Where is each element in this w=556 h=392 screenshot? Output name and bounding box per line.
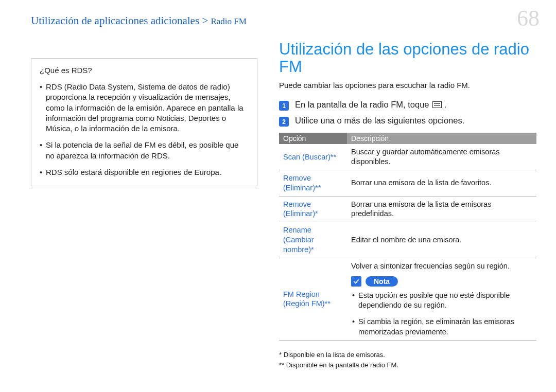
table-row: FM Region (Región FM)** Volver a sintoni… bbox=[279, 258, 536, 340]
step-2-text: Utilice una o más de las siguientes opci… bbox=[295, 116, 464, 126]
option-cell: Rename (Cambiar nombre)* bbox=[279, 222, 347, 258]
list-item: RDS (Radio Data System, Sistema de datos… bbox=[40, 82, 249, 134]
step-1: 1 En la pantalla de la radio FM, toque . bbox=[279, 100, 536, 111]
breadcrumb-main: Utilización de aplicaciones adicionales bbox=[31, 14, 199, 27]
note-box: Nota Esta opción es posible que no esté … bbox=[351, 276, 532, 337]
footnote-2: ** Disponible en la pantalla de radio FM… bbox=[279, 360, 536, 370]
list-item: RDS sólo estará disponible en regiones d… bbox=[40, 167, 249, 177]
table-row: Scan (Buscar)** Buscar y guardar automát… bbox=[279, 144, 536, 170]
section-subtitle: Puede cambiar las opciones para escuchar… bbox=[279, 81, 536, 90]
note-item: Si cambia la región, se eliminarán las e… bbox=[352, 317, 532, 337]
step-2: 2 Utilice una o más de las siguientes op… bbox=[279, 116, 536, 127]
note-item: Esta opción es posible que no esté dispo… bbox=[352, 291, 532, 311]
desc-cell: Borrar una emisora de la lista de favori… bbox=[347, 170, 536, 196]
th-option: Opción bbox=[279, 133, 347, 144]
footnotes: * Disponible en la lista de emisoras. **… bbox=[279, 350, 536, 370]
desc-cell: Volver a sintonizar frecuencias según su… bbox=[347, 258, 536, 340]
table-row: Rename (Cambiar nombre)* Editar el nombr… bbox=[279, 222, 536, 258]
option-cell: FM Region (Región FM)** bbox=[279, 258, 347, 340]
fm-region-desc: Volver a sintonizar frecuencias según su… bbox=[351, 261, 532, 271]
th-desc: Descripción bbox=[347, 133, 536, 144]
page-number: 68 bbox=[517, 5, 540, 31]
breadcrumb-separator: > bbox=[199, 14, 211, 27]
menu-icon bbox=[432, 101, 442, 108]
option-cell: Remove (Eliminar)** bbox=[279, 170, 347, 196]
desc-cell: Editar el nombre de una emisora. bbox=[347, 222, 536, 258]
desc-cell: Borrar una emisora de la lista de emisor… bbox=[347, 196, 536, 222]
options-table: Opción Descripción Scan (Buscar)** Busca… bbox=[279, 133, 536, 341]
breadcrumb-sub: Radio FM bbox=[211, 16, 246, 26]
option-cell: Scan (Buscar)** bbox=[279, 144, 347, 170]
step-badge-1: 1 bbox=[279, 101, 289, 111]
section-title: Utilización de las opciones de radio FM bbox=[279, 41, 536, 76]
list-item: Si la potencia de la señal de FM es débi… bbox=[40, 140, 249, 161]
table-row: Remove (Eliminar)** Borrar una emisora d… bbox=[279, 170, 536, 196]
rds-box-title: ¿Qué es RDS? bbox=[40, 66, 249, 75]
step-badge-2: 2 bbox=[279, 117, 289, 127]
note-icon bbox=[351, 276, 361, 287]
note-label: Nota bbox=[366, 276, 398, 287]
breadcrumb: Utilización de aplicaciones adicionales … bbox=[31, 14, 537, 27]
rds-info-box: ¿Qué es RDS? RDS (Radio Data System, Sis… bbox=[31, 58, 257, 186]
rds-list: RDS (Radio Data System, Sistema de datos… bbox=[40, 82, 249, 177]
desc-cell: Buscar y guardar automáticamente emisora… bbox=[347, 144, 536, 170]
footnote-1: * Disponible en la lista de emisoras. bbox=[279, 350, 536, 360]
step-1-text: En la pantalla de la radio FM, toque bbox=[295, 100, 429, 109]
option-cell: Remove (Eliminar)* bbox=[279, 196, 347, 222]
table-row: Remove (Eliminar)* Borrar una emisora de… bbox=[279, 196, 536, 222]
